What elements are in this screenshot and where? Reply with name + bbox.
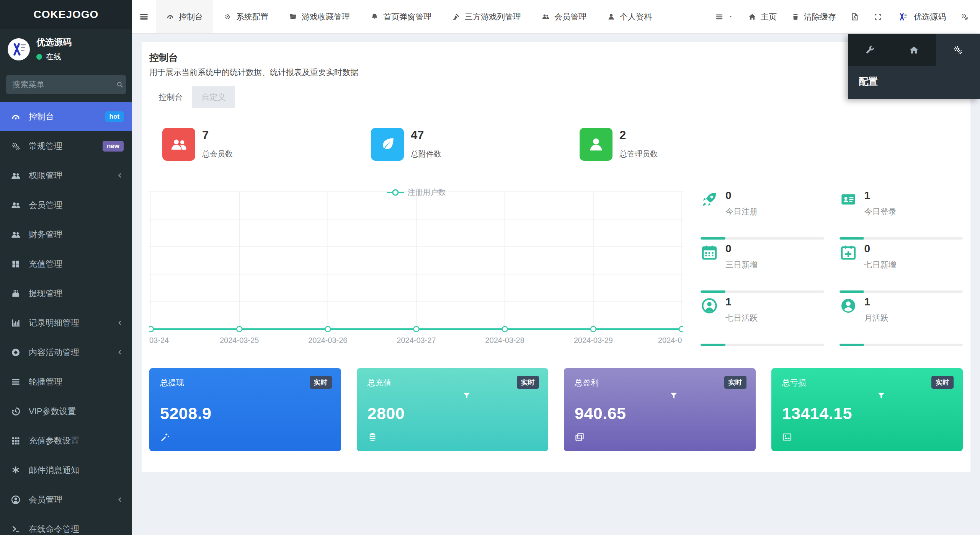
tachometer-icon [166, 13, 174, 21]
svg-text:03-24: 03-24 [149, 336, 169, 344]
tab-game-favorites[interactable]: 游戏收藏管理 [279, 0, 360, 33]
mini-stat-progressbar [701, 344, 824, 346]
tab-member-manage[interactable]: 会员管理 [531, 0, 597, 33]
card-total-withdraw[interactable]: 总提现实时5208.9 [149, 368, 341, 451]
page-title: 控制台 [149, 51, 963, 64]
sidebar-item-recharge-manage[interactable]: 充值管理 [0, 249, 132, 279]
mini-stat-5[interactable]: 1月活跃 [840, 293, 963, 346]
filter-funnel-icon[interactable] [669, 391, 678, 400]
sidebar-item-dashboard[interactable]: 控制台hot [0, 102, 132, 131]
menu-search-input[interactable] [12, 80, 116, 89]
mini-stat-1[interactable]: 1今日登录 [840, 186, 963, 240]
gear-icon [224, 13, 232, 21]
chart-legend[interactable]: 注册用户数 [387, 187, 446, 197]
sidebar-item-records-manage[interactable]: 记录明细管理 [0, 308, 132, 338]
tab-label: 三方游戏列管理 [465, 11, 521, 22]
sidebar-item-member-manage-2[interactable]: 会员管理 [0, 485, 132, 514]
list-icon [11, 377, 21, 387]
nav-clear-cache[interactable]: 清除缓存 [784, 0, 843, 33]
user-icon [607, 13, 615, 21]
sidebar-item-withdraw-manage[interactable]: 提现管理 [0, 279, 132, 308]
mini-stat-0[interactable]: 0今日注册 [701, 186, 824, 240]
mini-stat-4[interactable]: 1七日活跃 [701, 293, 824, 346]
stat-value: 2 [619, 129, 658, 142]
nav-fullscreen[interactable] [866, 0, 889, 33]
config-gear-tab[interactable] [936, 34, 980, 66]
sidebar-item-auth-manage[interactable]: 权限管理 [0, 161, 132, 190]
nav-language[interactable] [843, 0, 866, 33]
filter-funnel-icon[interactable] [462, 391, 471, 400]
config-wrench-tab[interactable] [848, 34, 892, 66]
tab-profile[interactable]: 个人资料 [597, 0, 662, 33]
sidebar-item-recharge-params[interactable]: 充值参数设置 [0, 426, 132, 455]
nav-home-link[interactable]: 主页 [741, 0, 784, 33]
user-status-label: 在线 [46, 52, 61, 62]
stat-2[interactable]: 2总管理员数 [580, 128, 788, 161]
tab-third-game-list[interactable]: 三方游戏列管理 [442, 0, 531, 33]
caret-down-icon [728, 14, 733, 20]
card-corner-icon [575, 432, 745, 442]
sidebar-item-general-manage[interactable]: 常规管理new [0, 131, 132, 161]
sidebar-item-label: 常规管理 [29, 140, 62, 152]
card-title: 总充值 [368, 377, 538, 388]
stat-0[interactable]: 7总会员数 [162, 128, 371, 161]
tab-dashboard[interactable]: 控制台 [156, 0, 213, 33]
sidebar-item-member-manage[interactable]: 会员管理 [0, 190, 132, 220]
chevron-left-icon [116, 172, 124, 179]
stats-row: 7总会员数47总附件数2总管理员数 [149, 128, 963, 161]
search-icon[interactable] [116, 81, 124, 88]
sidebar-item-mail-notify[interactable]: 邮件消息通知 [0, 455, 132, 485]
card-title: 总提现 [160, 377, 330, 388]
avatar [8, 38, 30, 60]
registered-users-chart: 03-242024-03-252024-03-262024-03-272024-… [149, 186, 683, 349]
card-total-loss[interactable]: 总亏损实时13414.15 [771, 368, 963, 451]
sidebar-item-finance-manage[interactable]: 财务管理 [0, 220, 132, 249]
gears-icon [11, 141, 21, 151]
mini-stat-value: 1 [725, 296, 758, 308]
app-logo: COKEJOGO [0, 0, 132, 29]
nav-user-menu[interactable]: 优选源码 [889, 0, 953, 33]
config-home-tab[interactable] [892, 34, 936, 66]
tachometer-icon [11, 112, 21, 122]
home-icon [909, 45, 919, 55]
sidebar-toggle-button[interactable] [132, 0, 156, 33]
mini-stat-label: 今日注册 [725, 206, 758, 217]
users-icon [11, 200, 21, 210]
tab-system-config[interactable]: 系统配置 [213, 0, 279, 33]
sidebar-item-label: VIP参数设置 [29, 406, 76, 417]
svg-text:2024-03-28: 2024-03-28 [485, 336, 524, 344]
main-content: 控制台 用于展示当前系统中的统计数据、统计报表及重要实时数据 控制台自定义 7总… [132, 34, 980, 535]
calendar-icon [701, 244, 718, 261]
wrench-icon [865, 45, 875, 55]
chart-and-ministats: 03-242024-03-252024-03-262024-03-272024-… [149, 186, 963, 349]
mini-stat-value: 0 [725, 189, 758, 202]
menu-badge-hot: hot [105, 111, 124, 122]
folder-open-icon [289, 13, 297, 21]
id-card-icon [840, 191, 857, 208]
chevron-left-icon [116, 349, 124, 356]
card-total-profit[interactable]: 总盈利实时940.65 [564, 368, 756, 451]
page-tab-label: 控制台 [159, 92, 183, 103]
mini-stat-3[interactable]: 0七日新增 [840, 240, 963, 293]
menu-search-box [6, 75, 126, 94]
sidebar-user-panel: 优选源码 在线 [0, 29, 132, 70]
sidebar-item-vip-params[interactable]: VIP参数设置 [0, 396, 132, 426]
mini-stat-2[interactable]: 0三日新增 [701, 240, 824, 293]
cake-icon [11, 289, 21, 298]
sidebar-item-content-activity[interactable]: 内容活动管理 [0, 338, 132, 367]
page-tab-0[interactable]: 控制台 [149, 86, 192, 108]
sidebar-item-carousel-manage[interactable]: 轮播管理 [0, 367, 132, 396]
user-icon [587, 135, 605, 153]
nav-settings[interactable] [953, 0, 976, 33]
stat-tile [371, 128, 404, 161]
card-corner-icon [160, 432, 330, 442]
stat-1[interactable]: 47总附件数 [371, 128, 580, 161]
card-total-recharge[interactable]: 总充值实时2800 [357, 368, 549, 451]
tab-home-popup[interactable]: 首页弹窗管理 [360, 0, 442, 33]
sidebar-item-online-command[interactable]: 在线命令管理 [0, 514, 132, 535]
filter-funnel-icon[interactable] [877, 391, 886, 400]
page-tab-1[interactable]: 自定义 [192, 86, 235, 108]
nav-tabs-list-menu[interactable] [708, 0, 741, 33]
stat-label: 总管理员数 [619, 149, 658, 159]
card-corner-icon [782, 432, 952, 442]
